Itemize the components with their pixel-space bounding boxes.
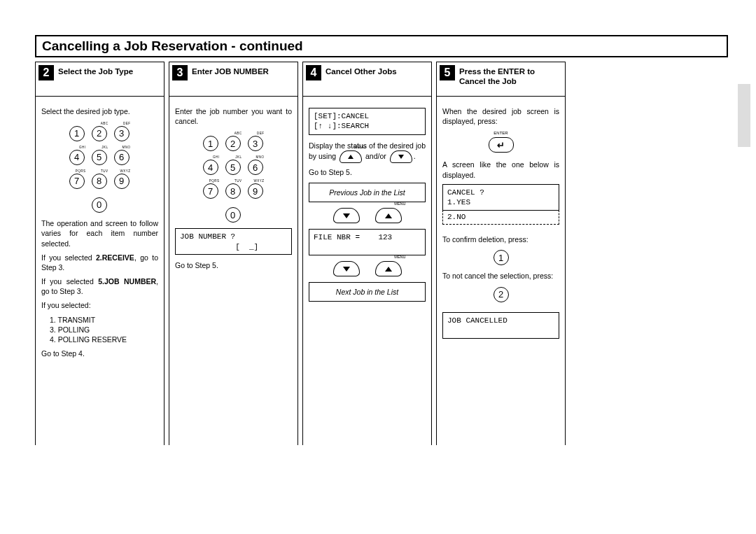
step-number: 4 xyxy=(306,65,321,80)
instruction-text: Select the desired job type. xyxy=(41,106,158,116)
step-header: 2 Select the Job Type xyxy=(35,62,164,97)
key-letters: PQRS xyxy=(203,179,220,183)
menu-label: MENU xyxy=(394,255,405,260)
key-letters: WXYZ xyxy=(114,169,131,174)
keypad-key-4[interactable]: 4 xyxy=(69,150,85,165)
keypad-key-3[interactable]: 3 xyxy=(248,136,263,151)
instruction-text: The operation and screen to follow varie… xyxy=(41,218,158,248)
instruction-text: Go to Step 4. xyxy=(41,349,158,358)
keypad-key-2[interactable]: 2 xyxy=(92,126,107,141)
lcd-display: FILE NBR = 123 xyxy=(309,229,426,255)
instruction-text: To confirm deletion, press: xyxy=(442,234,559,244)
triangle-up-icon xyxy=(348,155,354,159)
keypad-key-1[interactable]: 1 xyxy=(203,136,218,151)
step-4-column: 4 Cancel Other Jobs [SET]:CANCEL [↑ ↓]:S… xyxy=(302,62,432,445)
keypad-key-3[interactable]: 3 xyxy=(114,126,130,141)
keypad-key-2[interactable]: 2 xyxy=(225,136,241,151)
step-3-column: 3 Enter JOB NUMBER Enter the job number … xyxy=(169,62,298,445)
keypad-key-2[interactable]: 2 xyxy=(493,287,509,302)
instruction-text: If you selected: xyxy=(41,300,158,310)
down-arrow-button[interactable] xyxy=(390,150,412,163)
button-row: MENU xyxy=(309,208,426,223)
lcd-display-hidden: 2.NO xyxy=(442,210,559,225)
list-item: 4. POLLING RESERVE xyxy=(50,335,158,344)
step-number: 5 xyxy=(440,65,455,80)
lcd-display: CANCEL ? 1.YES xyxy=(442,184,559,211)
key-letters: WXYZ xyxy=(248,179,265,183)
instruction-text: Display the status of the desired job by… xyxy=(309,141,426,163)
step-header: 3 Enter JOB NUMBER xyxy=(169,62,298,97)
side-tab xyxy=(738,84,750,147)
list-item: 3. POLLING xyxy=(50,325,158,335)
lcd-display: JOB CANCELLED xyxy=(442,312,559,339)
keypad-key-6[interactable]: 6 xyxy=(248,160,263,175)
keypad-key-8[interactable]: 8 xyxy=(225,183,241,199)
step-title: Cancel Other Jobs xyxy=(326,65,397,76)
keypad-key-1[interactable]: 1 xyxy=(493,250,509,265)
keypad-key-9[interactable]: 9 xyxy=(114,174,130,189)
button-row: MENU xyxy=(309,261,426,276)
instruction-text: A screen like the one below is displayed… xyxy=(442,160,559,179)
numeric-keypad: 1ABC2DEF3GHI4JKL5MNO6PQRS7TUV8WXYZ90 xyxy=(65,122,135,213)
up-arrow-button[interactable]: MENU xyxy=(340,150,362,163)
step-2-column: 2 Select the Job Type Select the desired… xyxy=(35,62,164,445)
down-arrow-button[interactable] xyxy=(333,261,360,276)
keypad-key-7[interactable]: 7 xyxy=(203,183,218,199)
triangle-down-icon xyxy=(343,267,350,272)
step-5-column: 5 Press the ENTER to Cancel the Job When… xyxy=(436,62,566,445)
numeric-keypad: 1ABC2DEF3GHI4JKL5MNO6PQRS7TUV8WXYZ90 xyxy=(199,132,269,223)
step-title: Enter JOB NUMBER xyxy=(192,65,269,76)
keypad-key-0[interactable]: 0 xyxy=(225,207,241,223)
caption-box: Next Job in the List xyxy=(309,282,426,302)
keypad-key-5[interactable]: 5 xyxy=(225,160,241,175)
instruction-text: To not cancel the selection, press: xyxy=(442,271,559,281)
step-header: 5 Press the ENTER to Cancel the Job xyxy=(436,62,566,97)
step-header: 4 Cancel Other Jobs xyxy=(302,62,432,97)
keypad-key-5[interactable]: 5 xyxy=(92,150,107,165)
keypad-key-8[interactable]: 8 xyxy=(92,174,107,189)
key-letters: PQRS xyxy=(69,169,86,174)
triangle-up-icon xyxy=(385,213,392,218)
keypad-key-4[interactable]: 4 xyxy=(203,160,218,175)
instruction-text: Go to Step 5. xyxy=(309,167,426,177)
instruction-text: If you selected 5.JOB NUMBER, go to Step… xyxy=(41,276,158,296)
caption-box: Previous Job in the List xyxy=(309,183,426,202)
triangle-down-icon xyxy=(343,213,350,218)
step-number: 3 xyxy=(172,65,188,80)
instruction-text: Enter the job number you want to cancel. xyxy=(175,106,292,126)
key-letters: MNO xyxy=(114,146,131,150)
step-title: Press the ENTER to Cancel the Job xyxy=(459,65,561,87)
step-number: 2 xyxy=(38,65,54,80)
instruction-text: Go to Step 5. xyxy=(175,260,292,270)
enter-button-diagram: ENTER ↵ xyxy=(442,130,559,153)
enter-label: ENTER xyxy=(442,130,559,136)
down-arrow-button[interactable] xyxy=(333,208,360,223)
list-item: 1. TRANSMIT xyxy=(50,315,158,325)
page-title: Cancelling a Job Reservation - continued xyxy=(35,35,728,57)
lcd-display: JOB NUMBER ? [ _] xyxy=(175,228,292,255)
keypad-key-1[interactable]: 1 xyxy=(69,126,85,141)
menu-label: MENU xyxy=(354,145,365,150)
option-list: 1. TRANSMIT 3. POLLING 4. POLLING RESERV… xyxy=(41,315,158,345)
key-letters: MNO xyxy=(248,155,265,160)
keypad-key-9[interactable]: 9 xyxy=(248,183,263,199)
keypad-key-7[interactable]: 7 xyxy=(69,174,85,189)
up-arrow-button[interactable]: MENU xyxy=(375,261,402,276)
manual-page: Cancelling a Job Reservation - continued… xyxy=(0,0,756,445)
triangle-up-icon xyxy=(385,267,392,272)
menu-label: MENU xyxy=(394,202,405,206)
triangle-down-icon xyxy=(398,155,404,159)
step-title: Select the Job Type xyxy=(58,65,133,76)
lcd-display: [SET]:CANCEL [↑ ↓]:SEARCH xyxy=(309,108,426,135)
up-arrow-button[interactable]: MENU xyxy=(375,208,402,223)
enter-button[interactable]: ↵ xyxy=(489,137,514,153)
keypad-key-0[interactable]: 0 xyxy=(92,197,107,213)
steps-columns: 2 Select the Job Type Select the desired… xyxy=(35,62,728,445)
keypad-key-6[interactable]: 6 xyxy=(114,150,130,165)
instruction-text: If you selected 2.RECEIVE, go to Step 3. xyxy=(41,253,158,272)
instruction-text: When the desired job screen is displayed… xyxy=(442,106,559,126)
